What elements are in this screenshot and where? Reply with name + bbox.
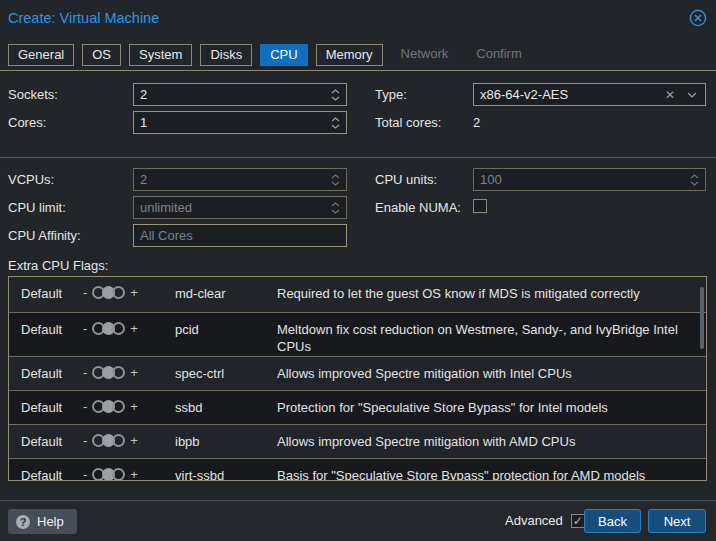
chevron-up-icon	[331, 202, 340, 207]
slider-increase[interactable]: +	[130, 399, 138, 414]
slider-decrease[interactable]: -	[83, 433, 87, 448]
chevron-up-icon	[331, 117, 340, 122]
tab-memory[interactable]: Memory	[316, 44, 383, 66]
clear-icon[interactable]: ✕	[665, 88, 675, 102]
vcpus-value: 2	[134, 172, 147, 187]
flag-row-ssbd: Default - + ssbd Protection for "Specula…	[9, 390, 706, 424]
sockets-value: 2	[134, 87, 147, 102]
chevron-down-icon	[331, 96, 340, 101]
table-scrollbar[interactable]	[700, 287, 704, 349]
sockets-spinner[interactable]: 2	[133, 83, 347, 106]
flag-state-label: Default	[21, 366, 83, 381]
cores-label: Cores:	[8, 115, 46, 130]
type-label: Type:	[375, 87, 407, 102]
tab-confirm: Confirm	[466, 44, 532, 66]
dialog-footer: ? Help Advanced Back Next	[0, 500, 716, 541]
cores-spinner[interactable]: 1	[133, 111, 347, 134]
spinner-buttons	[331, 202, 346, 214]
back-button[interactable]: Back	[584, 509, 641, 533]
chevron-down-icon	[331, 209, 340, 214]
slider-decrease[interactable]: -	[83, 399, 87, 414]
slider-increase[interactable]: +	[130, 433, 138, 448]
flag-state-label: Default	[21, 468, 83, 481]
vcpus-spinner: 2	[133, 168, 347, 191]
flag-slider[interactable]: - +	[83, 467, 175, 481]
flag-slider[interactable]: - +	[83, 365, 175, 380]
flag-description: Required to let the guest OS know if MDS…	[277, 286, 682, 303]
enable-numa-checkbox[interactable]	[473, 199, 487, 213]
flag-name: spec-ctrl	[175, 366, 277, 381]
flag-name: pcid	[175, 322, 277, 337]
help-button[interactable]: ? Help	[8, 509, 77, 534]
flag-name: md-clear	[175, 286, 277, 301]
slider-decrease[interactable]: -	[83, 321, 87, 336]
close-icon[interactable]	[689, 9, 707, 27]
cpu-limit-value: unlimited	[134, 200, 192, 215]
flag-row-virt-ssbd: Default - + virt-ssbd Basis for "Specula…	[9, 458, 706, 481]
flag-name: virt-ssbd	[175, 468, 277, 481]
enable-numa-label: Enable NUMA:	[375, 200, 461, 215]
flag-slider[interactable]: - +	[83, 285, 175, 300]
vcpus-label: VCPUs:	[8, 172, 54, 187]
chevron-up-icon	[331, 89, 340, 94]
total-cores-label: Total cores:	[375, 115, 441, 130]
chevron-up-icon	[331, 174, 340, 179]
slider-increase[interactable]: +	[130, 467, 138, 481]
flag-row-pcid: Default - + pcid Meltdown fix cost reduc…	[9, 312, 706, 356]
slider-pos-on[interactable]	[112, 322, 125, 335]
flag-name: ssbd	[175, 400, 277, 415]
cpu-affinity-input[interactable]: All Cores	[133, 224, 347, 247]
chevron-down-icon	[331, 181, 340, 186]
spinner-buttons[interactable]	[331, 117, 346, 129]
slider-pos-on[interactable]	[112, 468, 125, 481]
slider-decrease[interactable]: -	[83, 285, 87, 300]
dialog-title: Create: Virtual Machine	[8, 10, 159, 26]
flag-state-label: Default	[21, 434, 83, 449]
cpu-affinity-placeholder: All Cores	[134, 228, 193, 243]
tab-cpu[interactable]: CPU	[260, 44, 307, 66]
spinner-buttons[interactable]	[331, 89, 346, 101]
chevron-down-icon	[687, 92, 697, 98]
chevron-down-icon	[331, 124, 340, 129]
type-combo[interactable]: x86-64-v2-AES ✕	[473, 83, 706, 106]
cpu-units-spinner: 100	[473, 168, 706, 191]
help-label: Help	[37, 514, 64, 529]
tab-disks[interactable]: Disks	[200, 44, 252, 66]
section-divider	[0, 157, 716, 158]
sockets-label: Sockets:	[8, 87, 58, 102]
flag-row-ibpb: Default - + ibpb Allows improved Spectre…	[9, 424, 706, 458]
chevron-up-icon	[690, 174, 699, 179]
flag-slider[interactable]: - +	[83, 399, 175, 414]
slider-increase[interactable]: +	[130, 365, 138, 380]
cpu-affinity-label: CPU Affinity:	[8, 228, 81, 243]
slider-increase[interactable]: +	[130, 321, 138, 336]
tab-os[interactable]: OS	[82, 44, 121, 66]
flag-name: ibpb	[175, 434, 277, 449]
spinner-buttons	[690, 174, 705, 186]
cpu-units-value: 100	[474, 172, 502, 187]
slider-pos-on[interactable]	[112, 286, 125, 299]
slider-pos-on[interactable]	[112, 400, 125, 413]
advanced-toggle: Advanced	[505, 513, 585, 528]
next-button[interactable]: Next	[648, 509, 706, 533]
flag-description: Protection for "Speculative Store Bypass…	[277, 400, 682, 417]
flag-state-label: Default	[21, 286, 83, 301]
cpu-units-label: CPU units:	[375, 172, 437, 187]
advanced-checkbox[interactable]	[571, 514, 585, 528]
flag-slider[interactable]: - +	[83, 433, 175, 448]
tab-system[interactable]: System	[129, 44, 192, 66]
flag-state-label: Default	[21, 322, 83, 337]
slider-pos-on[interactable]	[112, 366, 125, 379]
slider-decrease[interactable]: -	[83, 467, 87, 481]
cores-value: 1	[134, 115, 147, 130]
question-icon: ?	[16, 515, 30, 529]
flag-description: Allows improved Spectre mitigation with …	[277, 434, 682, 451]
flag-slider[interactable]: - +	[83, 321, 175, 336]
slider-decrease[interactable]: -	[83, 365, 87, 380]
slider-pos-on[interactable]	[112, 434, 125, 447]
slider-increase[interactable]: +	[130, 285, 138, 300]
tab-general[interactable]: General	[8, 44, 74, 66]
flag-description: Allows improved Spectre mitigation with …	[277, 366, 682, 383]
flag-row-spec-ctrl: Default - + spec-ctrl Allows improved Sp…	[9, 356, 706, 390]
flag-state-label: Default	[21, 400, 83, 415]
